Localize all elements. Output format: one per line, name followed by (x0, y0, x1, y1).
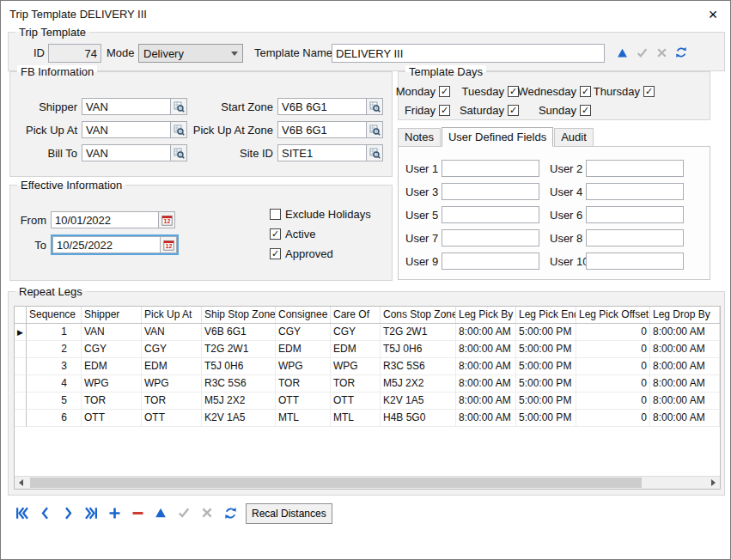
checkbox[interactable] (270, 228, 281, 240)
lookup-button[interactable] (367, 144, 383, 161)
grid-cell[interactable]: TOR (82, 393, 142, 410)
checkbox-item[interactable]: Approved (270, 247, 371, 259)
grid-cell[interactable]: WPG (142, 375, 202, 393)
grid-cell[interactable]: 5:00:00 PM (516, 410, 576, 427)
user-field-input[interactable] (586, 229, 684, 247)
cancel-edit-button[interactable] (197, 502, 217, 523)
grid-cell[interactable]: 8:00:00 AM (456, 410, 516, 427)
grid-cell[interactable]: 8:00:00 AM (456, 393, 516, 410)
grid-cell[interactable]: 5 (27, 393, 82, 410)
grid-cell[interactable]: K2V 1A5 (202, 410, 276, 427)
edit-record-button[interactable] (613, 44, 630, 61)
field-value[interactable]: SITE1 (277, 144, 367, 161)
user-field-input[interactable] (586, 253, 684, 270)
grid-cell[interactable]: 0 (576, 375, 650, 393)
refresh-button[interactable] (220, 502, 241, 523)
grid-column-header[interactable]: Cons Stop Zone (381, 307, 456, 323)
checkbox[interactable] (270, 248, 281, 259)
checkbox[interactable] (270, 209, 281, 220)
prior-record-button[interactable] (34, 502, 55, 523)
lookup-button[interactable] (367, 121, 383, 138)
user-field-input[interactable] (586, 160, 684, 177)
lookup-button[interactable] (171, 144, 187, 161)
day-checkbox-item[interactable]: Wednesday (519, 85, 591, 98)
grid-column-header[interactable]: Consignee (276, 307, 331, 323)
field-value[interactable]: VAN (82, 144, 171, 161)
insert-record-button[interactable] (104, 502, 125, 523)
grid-column-header[interactable]: Leg Pick By (456, 307, 516, 323)
table-row[interactable]: 2CGYCGYT2G 2W1EDMEDMT5J 0H68:00:00 AM5:0… (15, 341, 720, 358)
grid-cell[interactable]: R3C 5S6 (202, 375, 276, 393)
grid-cell[interactable]: CGY (331, 324, 381, 341)
field-value[interactable]: VAN (82, 98, 171, 115)
tab-notes[interactable]: Notes (398, 128, 441, 146)
grid-cell[interactable]: 5:00:00 PM (516, 358, 576, 375)
grid-cell[interactable]: H4B 5G0 (381, 410, 456, 427)
grid-cell[interactable]: CGY (276, 324, 331, 341)
grid-column-header[interactable]: Leg Pick Offset (576, 307, 650, 323)
scroll-left-button[interactable] (15, 477, 27, 489)
user-field-input[interactable] (586, 183, 684, 200)
grid-cell[interactable]: 3 (27, 358, 82, 375)
grid-cell[interactable]: 8:00:00 AM (456, 358, 516, 375)
grid-cell[interactable]: VAN (142, 324, 202, 341)
grid-cell[interactable]: 0 (576, 358, 650, 375)
user-field-input[interactable] (442, 253, 539, 270)
grid-cell[interactable]: T2G 2W1 (202, 341, 276, 358)
grid-cell[interactable]: TOR (276, 375, 331, 393)
tab-user-defined-fields[interactable]: User Defined Fields (442, 127, 553, 147)
grid-cell[interactable]: EDM (331, 341, 381, 358)
grid-cell[interactable]: WPG (331, 358, 381, 375)
table-row[interactable]: 4WPGWPGR3C 5S6TORTORM5J 2X28:00:00 AM5:0… (15, 375, 720, 393)
grid-cell[interactable]: TOR (331, 375, 381, 393)
grid-cell[interactable]: 1 (27, 324, 82, 341)
horizontal-scrollbar[interactable] (15, 476, 720, 489)
checkbox-item[interactable]: Exclude Holidays (270, 208, 371, 220)
refresh-button[interactable] (673, 44, 690, 61)
grid-cell[interactable]: 8:00:00 AM (650, 358, 720, 375)
table-row[interactable]: 3EDMEDMT5J 0H6WPGWPGR3C 5S68:00:00 AM5:0… (15, 358, 720, 375)
grid-cell[interactable]: MTL (331, 410, 381, 427)
grid-cell[interactable]: WPG (276, 358, 331, 375)
checkbox-item[interactable]: Active (270, 228, 371, 240)
day-checkbox-item[interactable]: Saturday (450, 104, 519, 117)
grid-cell[interactable]: OTT (82, 410, 142, 427)
user-field-input[interactable] (442, 229, 539, 247)
lookup-button[interactable] (367, 98, 383, 115)
grid-cell[interactable]: VAN (82, 324, 142, 341)
grid-cell[interactable]: T2G 2W1 (381, 324, 456, 341)
table-row[interactable]: 5TORTORM5J 2X2OTTOTTK2V 1A58:00:00 AM5:0… (15, 393, 720, 410)
field-value[interactable]: V6B 6G1 (277, 121, 367, 138)
day-checkbox-item[interactable]: Sunday (519, 104, 591, 117)
grid-cell[interactable]: R3C 5S6 (381, 358, 456, 375)
post-edit-button[interactable] (174, 502, 194, 523)
grid-cell[interactable]: OTT (142, 410, 202, 427)
grid-cell[interactable]: 8:00:00 AM (650, 375, 720, 393)
user-field-input[interactable] (442, 206, 539, 223)
grid-cell[interactable]: T5J 0H6 (202, 358, 276, 375)
next-record-button[interactable] (58, 502, 78, 523)
grid-cell[interactable]: CGY (82, 341, 142, 358)
grid-cell[interactable]: MTL (276, 410, 331, 427)
field-value[interactable]: VAN (82, 121, 171, 138)
first-record-button[interactable] (11, 502, 32, 523)
grid-column-header[interactable]: Ship Stop Zone (202, 307, 276, 323)
grid-cell[interactable]: 5:00:00 PM (516, 341, 576, 358)
lookup-button[interactable] (171, 121, 187, 138)
post-edit-button[interactable] (633, 44, 650, 61)
grid-cell[interactable]: V6B 6G1 (202, 324, 276, 341)
grid-cell[interactable]: TOR (142, 393, 202, 410)
grid-column-header[interactable]: Pick Up At (142, 307, 202, 323)
grid-cell[interactable]: OTT (276, 393, 331, 410)
from-date-input[interactable]: 10/01/2022 (51, 211, 159, 228)
grid-cell[interactable]: 8:00:00 AM (650, 410, 720, 427)
grid-cell[interactable]: 8:00:00 AM (456, 324, 516, 341)
grid-cell[interactable]: 8:00:00 AM (650, 324, 720, 341)
lookup-button[interactable] (171, 98, 187, 115)
grid-cell[interactable]: EDM (142, 358, 202, 375)
last-record-button[interactable] (81, 502, 101, 523)
grid-cell[interactable]: 5:00:00 PM (516, 393, 576, 410)
checkbox[interactable] (439, 105, 450, 116)
grid-cell[interactable]: 0 (576, 341, 650, 358)
grid-cell[interactable]: M5J 2X2 (381, 375, 456, 393)
